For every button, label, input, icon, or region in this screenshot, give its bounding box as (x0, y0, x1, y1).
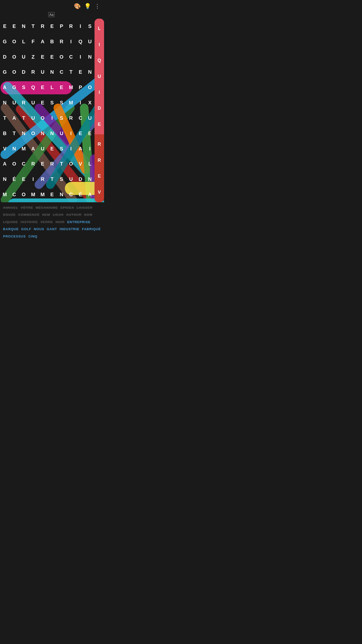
cell-1-0: G (0, 34, 10, 49)
cell-8-2: M (19, 141, 28, 156)
cell-10-4: R (38, 172, 48, 187)
word-autour: AUTOUR (66, 212, 81, 218)
cell-8-8: A (76, 141, 85, 156)
word-cinq: CINQ (28, 233, 38, 239)
cell-4-5: L (47, 80, 57, 95)
header: 🎨 💡 ⋮ (0, 0, 104, 12)
cell-3-7: T (66, 64, 76, 80)
word-laisser: LAISSER (77, 205, 93, 211)
cell-1-6: R (57, 34, 66, 49)
cell-5-4: E (38, 95, 48, 110)
cell-4-9: O (85, 80, 95, 95)
cell-11-2: O (19, 187, 28, 202)
cell-4-8: P (76, 80, 85, 95)
word-entreprise: ENTREPRISE (67, 219, 90, 225)
cell-0-3: T (28, 19, 38, 34)
vbar-letter-I2: I (99, 90, 100, 95)
vbar-letter-E2: E (98, 174, 101, 179)
cell-8-9: I (85, 141, 95, 156)
cell-7-3: O (28, 126, 38, 141)
cell-8-3: A (28, 141, 38, 156)
cell-2-6: O (57, 49, 66, 65)
cell-1-7: I (66, 34, 76, 49)
word-gant: GANT (47, 226, 57, 232)
cell-0-8: I (76, 19, 85, 34)
cell-0-6: P (57, 19, 66, 34)
vbar-letter-E: E (98, 122, 101, 127)
cell-6-9: U (85, 110, 95, 126)
word-barque: BARQUE (3, 226, 19, 232)
cell-1-2: L (19, 34, 28, 49)
cell-8-5: E (47, 141, 57, 156)
header-icons: 🎨 💡 ⋮ (74, 3, 100, 10)
word-nous: NOUS (34, 226, 44, 232)
cell-6-4: O (38, 110, 48, 126)
cell-11-8: É (76, 187, 85, 202)
cell-10-3: I (28, 172, 38, 187)
cell-4-4: E (38, 80, 48, 95)
highlights-layer (0, 19, 104, 202)
cell-3-1: O (10, 64, 19, 80)
more-icon[interactable]: ⋮ (95, 3, 100, 10)
cell-9-2: C (19, 156, 28, 172)
cell-11-4: M (38, 187, 48, 202)
cell-0-0: E (0, 19, 10, 34)
cell-8-1: N (10, 141, 19, 156)
word-annuel: ANNUEL (3, 205, 18, 211)
word-search-grid[interactable]: EENTREPRISEGOLFABRIQUÉDOUZEEOCINQGODRUNC… (0, 19, 104, 202)
cell-5-0: N (0, 95, 10, 110)
cell-0-4: R (38, 19, 48, 34)
cell-10-2: E (19, 172, 28, 187)
cell-1-3: F (28, 34, 38, 49)
vbar-letter-U: U (98, 74, 101, 79)
cell-10-6: S (57, 172, 66, 187)
cell-3-3: R (28, 64, 38, 80)
letter-grid: EENTREPRISEGOLFABRIQUÉDOUZEEOCINQGODRUNC… (0, 19, 104, 202)
cell-9-7: O (66, 156, 76, 172)
cell-7-1: T (10, 126, 19, 141)
cell-5-2: R (19, 95, 28, 110)
palette-icon[interactable]: 🎨 (74, 3, 81, 10)
bulb-icon[interactable]: 💡 (84, 3, 91, 10)
word-epicea: EPICEA (60, 205, 74, 211)
vbar-letter-R: R (98, 142, 101, 147)
word-liquide: LIQUIDE (3, 219, 18, 225)
cell-8-0: V (0, 141, 10, 156)
vbar-letter-Q: Q (98, 58, 101, 63)
lang-icon: Aa (48, 12, 55, 17)
cell-8-7: I (66, 141, 76, 156)
cell-2-8: I (76, 49, 85, 65)
cell-3-2: D (19, 64, 28, 80)
svg-line-1 (5, 108, 73, 200)
right-bar-top: L I Q U I D E (95, 19, 104, 134)
word-nom: NOM (84, 212, 92, 218)
cell-6-6: S (57, 110, 66, 126)
cell-9-6: T (57, 156, 66, 172)
cell-6-0: T (0, 110, 10, 126)
cell-1-4: A (38, 34, 48, 49)
svg-line-9 (84, 108, 90, 200)
cell-2-2: U (19, 49, 28, 65)
cell-2-5: E (47, 49, 57, 65)
cell-10-0: N (0, 172, 10, 187)
word-mécanisme: MÉCANISME (36, 205, 58, 211)
cell-2-9: N (85, 49, 95, 65)
word-commencé: COMMENCÉ (18, 212, 40, 218)
vbar-letter-R2: R (98, 158, 101, 163)
cell-5-3: U (28, 95, 38, 110)
cell-11-6: N (57, 187, 66, 202)
language-badge[interactable]: Aa (48, 12, 56, 17)
cell-9-5: R (47, 156, 57, 172)
cell-8-6: S (57, 141, 66, 156)
word-fabriqué: FABRIQUÉ (82, 226, 101, 232)
right-bar: L I Q U I D E R R E V (95, 19, 104, 202)
cell-4-1: G (10, 80, 19, 95)
word-vôtre: VÔTRE (21, 205, 33, 211)
svg-line-3 (5, 108, 70, 200)
cell-7-2: N (19, 126, 28, 141)
cell-0-5: E (47, 19, 57, 34)
cell-1-9: U (85, 34, 95, 49)
word-industrie: INDUSTRIE (60, 226, 79, 232)
cell-2-7: C (66, 49, 76, 65)
cell-10-8: D (76, 172, 85, 187)
